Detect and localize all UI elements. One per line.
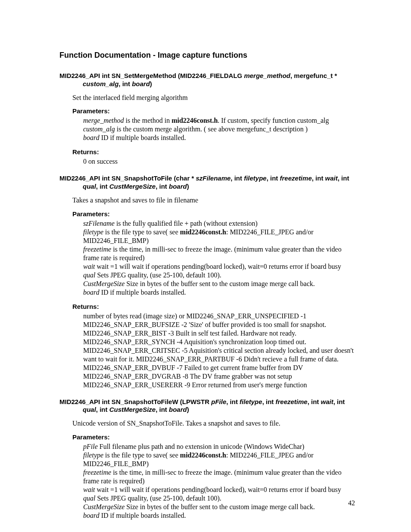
- section-title: Function Documentation - Image capture f…: [59, 51, 355, 60]
- parameters-block: szFilename is the fully qualified file +…: [83, 219, 355, 297]
- function-snapshottofile: MID2246_API int SN_SnapshotToFile (char …: [59, 174, 355, 389]
- function-description: Set the interlaced field merging algorit…: [72, 93, 355, 103]
- function-description: Unicode version of SN_SnapshotToFile. Ta…: [72, 419, 355, 428]
- parameters-block: pFile Full filename plus path and no ext…: [83, 442, 355, 520]
- returns-block: number of bytes read (image size) or MID…: [83, 312, 355, 389]
- returns-block: 0 on success: [83, 157, 355, 166]
- parameters-block: merge_method is the method in mid2246con…: [83, 116, 355, 142]
- function-signature: MID2246_API int SN_SnapshotToFile (char …: [59, 174, 355, 191]
- page: Function Documentation - Image capture f…: [0, 0, 411, 532]
- parameters-heading: Parameters:: [72, 433, 355, 441]
- returns-heading: Returns:: [72, 303, 355, 310]
- returns-heading: Returns:: [72, 148, 355, 156]
- function-setmergemethod: MID2246_API int SN_SetMergeMethod (MID22…: [59, 72, 355, 166]
- function-signature: MID2246_API int SN_SetMergeMethod (MID22…: [59, 72, 355, 88]
- function-signature: MID2246_API int SN_SnapshotToFileW (LPWS…: [59, 398, 355, 414]
- function-description: Takes a snapshot and saves to file in fi…: [72, 196, 355, 205]
- page-number: 42: [348, 499, 355, 507]
- function-snapshottofilew: MID2246_API int SN_SnapshotToFileW (LPWS…: [59, 398, 355, 520]
- parameters-heading: Parameters:: [72, 107, 355, 115]
- parameters-heading: Parameters:: [72, 210, 355, 218]
